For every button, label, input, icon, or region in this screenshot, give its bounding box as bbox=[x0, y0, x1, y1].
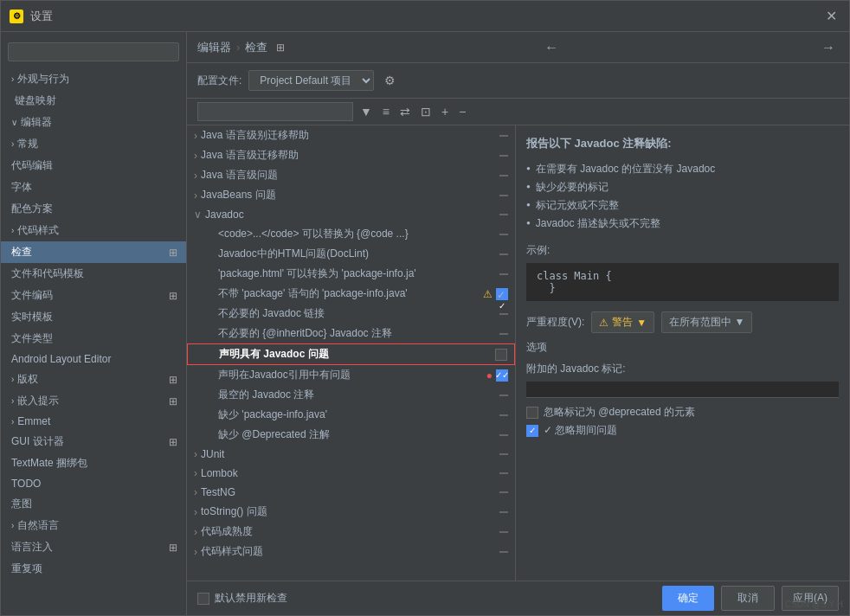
sidebar-item-file-encoding[interactable]: 文件编码 ⊞ bbox=[1, 285, 186, 306]
list-item-missing-deprecated[interactable]: 缺少 @Deprecated 注解 bbox=[187, 425, 515, 445]
arrow-icon: › bbox=[11, 521, 14, 530]
default-disable-row: 默认禁用新检查 bbox=[197, 591, 287, 606]
sidebar-item-file-templates[interactable]: 文件和代码模板 bbox=[1, 263, 186, 285]
dialog-title: 设置 bbox=[30, 9, 822, 24]
sidebar-item-inspections[interactable]: 检查 ⊞ bbox=[1, 241, 186, 263]
gear-button[interactable]: ⚙ bbox=[381, 72, 399, 89]
arrow-icon: › bbox=[11, 226, 14, 235]
remove-button[interactable]: − bbox=[455, 103, 469, 120]
sidebar-search-input[interactable] bbox=[8, 42, 179, 61]
warning-icon: ⚠ bbox=[483, 288, 493, 300]
dash-indicator bbox=[499, 175, 508, 176]
additional-input[interactable] bbox=[526, 382, 839, 398]
dash-indicator bbox=[499, 155, 508, 157]
close-button[interactable]: ✕ bbox=[822, 8, 840, 24]
arrow-icon: › bbox=[194, 546, 197, 558]
dash-indicator bbox=[499, 395, 508, 396]
warning-icon: ⚠ bbox=[599, 317, 609, 329]
bottom-bar: 默认禁用新检查 确定 取消 应用(A) bbox=[187, 581, 849, 615]
group-code-style-issues[interactable]: › 代码样式问题 bbox=[187, 542, 515, 561]
group-junit[interactable]: › JUnit bbox=[187, 445, 515, 464]
list-item-package-html[interactable]: 'package.html' 可以转换为 'package-info.ja' bbox=[187, 264, 515, 284]
filter-toolbar: ▼ ≡ ⇄ ⊡ + − bbox=[187, 99, 849, 125]
dash-indicator bbox=[499, 333, 508, 335]
list-item-missing-package-info[interactable]: 缺少 'package-info.java' bbox=[187, 405, 515, 425]
checkbox[interactable] bbox=[495, 349, 507, 361]
dropdown-arrow: ▼ bbox=[735, 316, 745, 328]
severity-label: 严重程度(V): bbox=[526, 315, 584, 330]
sidebar-item-gui[interactable]: GUI 设计器 ⊞ bbox=[1, 431, 186, 452]
config-toolbar: 配置文件: Project Default 项目 ⚙ bbox=[187, 63, 849, 99]
sidebar-item-lang-inject[interactable]: 语言注入 ⊞ bbox=[1, 536, 186, 558]
group-tostring[interactable]: › toString() 问题 bbox=[187, 502, 515, 522]
nav-forward-button[interactable]: → bbox=[818, 38, 839, 57]
sidebar-item-textmate[interactable]: TextMate 捆绑包 bbox=[1, 452, 186, 474]
ignore-override-row: ✓ ✓ 忽略期间问题 bbox=[526, 423, 839, 438]
list-item-inheritdoc[interactable]: 不必要的 {@inheritDoc} Javadoc 注释 bbox=[187, 324, 515, 343]
detail-bullets: 在需要有 Javadoc 的位置没有 Javadoc 缺少必要的标记 标记元效或… bbox=[526, 160, 839, 233]
sidebar-item-natural-lang[interactable]: › 自然语言 bbox=[1, 515, 186, 536]
add-button[interactable]: + bbox=[438, 103, 452, 120]
sidebar-item-font[interactable]: 字体 bbox=[1, 176, 186, 198]
group-javabeans[interactable]: › JavaBeans 问题 bbox=[187, 185, 515, 205]
list-item-unnecessary-link[interactable]: 不必要的 Javadoc 链接 bbox=[187, 304, 515, 324]
ignore-deprecated-checkbox[interactable] bbox=[526, 407, 538, 419]
dash-indicator bbox=[499, 313, 508, 315]
sidebar-item-editor[interactable]: ∨ 编辑器 bbox=[1, 112, 186, 133]
main-header: 编辑器 › 检查 ⊞ ← → bbox=[187, 32, 849, 63]
sidebar-search-container bbox=[1, 39, 186, 68]
list-item-html-issues[interactable]: Javadoc中的HTML问题(DocLint) bbox=[187, 244, 515, 264]
badge-icon: ⊞ bbox=[167, 542, 179, 554]
list-item-declaration-javadoc[interactable]: 声明具有 Javadoc 问题 bbox=[187, 343, 515, 365]
group-code-maturity[interactable]: › 代码成熟度 bbox=[187, 522, 515, 542]
arrow-icon: › bbox=[194, 448, 197, 460]
group-testng[interactable]: › TestNG bbox=[187, 483, 515, 502]
sidebar-item-intent[interactable]: 意图 bbox=[1, 493, 186, 515]
arrow-icon: › bbox=[194, 130, 197, 142]
severity-select[interactable]: ⚠ 警告 ▼ bbox=[591, 311, 654, 333]
sidebar-item-duplicates[interactable]: 重复项 bbox=[1, 558, 186, 580]
sidebar-item-todo[interactable]: TODO bbox=[1, 474, 186, 493]
sidebar-item-android-layout[interactable]: Android Layout Editor bbox=[1, 350, 186, 369]
config-profile-select[interactable]: Project Default 项目 bbox=[248, 70, 374, 91]
ignore-deprecated-row: 忽略标记为 @deprecated 的元素 bbox=[526, 405, 839, 420]
ignore-override-checkbox[interactable]: ✓ bbox=[526, 425, 538, 437]
sort-button[interactable]: ≡ bbox=[379, 103, 393, 120]
checkbox[interactable]: ✓ bbox=[496, 288, 508, 300]
default-disable-checkbox[interactable] bbox=[197, 593, 209, 605]
list-item-empty-javadoc[interactable]: 最空的 Javadoc 注释 bbox=[187, 385, 515, 405]
arrow-icon: › bbox=[194, 170, 197, 182]
sidebar-item-appearance[interactable]: › 外观与行为 bbox=[1, 68, 186, 90]
sidebar-item-live-templates[interactable]: 实时模板 bbox=[1, 306, 186, 328]
sidebar-item-emmet[interactable]: › Emmet bbox=[1, 412, 186, 431]
sidebar: › 外观与行为 键盘映射 ∨ 编辑器 › 常规 代码编辑 字体 配色方 bbox=[1, 32, 187, 615]
dash-indicator bbox=[499, 551, 508, 553]
list-item-package-stmt[interactable]: 不带 'package' 语句的 'package-info.java' ⚠ ✓ bbox=[187, 284, 515, 304]
sidebar-item-code-style[interactable]: › 代码样式 bbox=[1, 220, 186, 241]
checkbox[interactable]: ✓ bbox=[496, 369, 508, 382]
sidebar-item-file-types[interactable]: 文件类型 bbox=[1, 328, 186, 350]
group-javadoc[interactable]: ∨ Javadoc bbox=[187, 205, 515, 224]
group-lombok[interactable]: › Lombok bbox=[187, 464, 515, 483]
filter-button[interactable]: ▼ bbox=[357, 103, 376, 120]
sidebar-item-keymap[interactable]: 键盘映射 bbox=[1, 90, 186, 112]
group-java-lang-issues[interactable]: › Java 语言级问题 bbox=[187, 165, 515, 185]
sidebar-item-code-edit[interactable]: 代码编辑 bbox=[1, 155, 186, 176]
default-disable-label: 默认禁用新检查 bbox=[215, 591, 287, 606]
sidebar-item-color[interactable]: 配色方案 bbox=[1, 198, 186, 220]
expand-button[interactable]: ⇄ bbox=[396, 103, 414, 120]
scope-select[interactable]: 在所有范围中 ▼ bbox=[661, 311, 752, 333]
config-label: 配置文件: bbox=[197, 74, 241, 88]
sidebar-item-general[interactable]: › 常规 bbox=[1, 133, 186, 155]
group-java-lang-migration[interactable]: › Java 语言级迁移帮助 bbox=[187, 145, 515, 165]
sidebar-item-hints[interactable]: › 嵌入提示 ⊞ bbox=[1, 390, 186, 412]
ok-button[interactable]: 确定 bbox=[662, 586, 714, 611]
list-item-declaration-ref[interactable]: 声明在Javadoc引用中有问题 ● ✓ bbox=[187, 365, 515, 385]
sidebar-item-copyright[interactable]: › 版权 ⊞ bbox=[1, 369, 186, 390]
nav-back-button[interactable]: ← bbox=[541, 38, 562, 57]
grid-button[interactable]: ⊡ bbox=[417, 103, 435, 120]
group-java-lang-migration-help[interactable]: › Java 语言级别迁移帮助 bbox=[187, 125, 515, 145]
cancel-button[interactable]: 取消 bbox=[721, 586, 775, 611]
filter-search-input[interactable] bbox=[197, 102, 353, 121]
list-item-code-replace[interactable]: <code>...</code> 可以替换为 {@code ...} bbox=[187, 224, 515, 244]
